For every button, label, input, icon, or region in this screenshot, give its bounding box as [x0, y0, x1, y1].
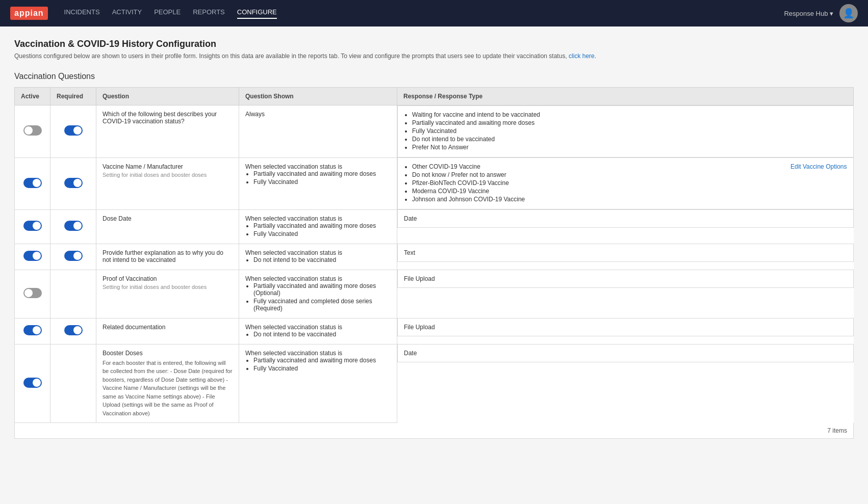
- required-toggle[interactable]: [64, 325, 83, 335]
- shown-item: Partially vaccinated and awaiting more d…: [253, 282, 391, 297]
- response-type: File Upload: [404, 324, 435, 331]
- nav-links: INCIDENTS ACTIVITY PEOPLE REPORTS CONFIG…: [64, 8, 277, 19]
- shown-item: Partially vaccinated and awaiting more d…: [253, 222, 391, 229]
- table-row: Related documentationWhen selected vacci…: [15, 318, 854, 344]
- section-title: Vaccination Questions: [14, 72, 854, 81]
- active-toggle[interactable]: [23, 378, 42, 388]
- items-count: 7 items: [14, 423, 854, 439]
- shown-items-list: Partially vaccinated and awaiting more d…: [253, 357, 391, 372]
- shown-item: Partially vaccinated and awaiting more d…: [253, 357, 391, 364]
- question-shown-cell: When selected vaccination status isParti…: [239, 270, 397, 318]
- response-type: File Upload: [404, 275, 435, 282]
- nav-configure[interactable]: CONFIGURE: [237, 8, 277, 19]
- active-toggle[interactable]: [23, 251, 42, 261]
- response-item: Pfizer-BioNTech COVID-19 Vaccine: [412, 179, 525, 187]
- question-cell: Which of the following best describes yo…: [96, 105, 239, 158]
- question-cell: Related documentation: [96, 318, 239, 344]
- required-toggle[interactable]: [64, 221, 83, 231]
- question-shown-cell: When selected vaccination status isParti…: [239, 157, 397, 209]
- shown-item: Do not intend to be vaccinated: [253, 331, 391, 338]
- question-shown-cell: When selected vaccination status isParti…: [239, 209, 397, 244]
- response-cell: Other COVID-19 VaccineDo not know / Pref…: [397, 157, 854, 209]
- response-content: File Upload: [404, 324, 435, 331]
- header-active: Active: [15, 88, 50, 105]
- user-avatar[interactable]: 👤: [839, 4, 858, 22]
- question-subtitle: Setting for initial doses and booster do…: [103, 172, 233, 178]
- shown-items-list: Do not intend to be vaccinated: [253, 256, 391, 263]
- response-cell: Text: [397, 244, 854, 262]
- required-toggle[interactable]: [64, 178, 83, 188]
- active-toggle[interactable]: [23, 125, 42, 136]
- app-logo[interactable]: appian: [10, 7, 48, 20]
- table-row: Booster DosesFor each booster that is en…: [15, 344, 854, 423]
- response-item: Partially vaccinated and awaiting more d…: [412, 119, 540, 126]
- shown-item: Partially vaccinated and awaiting more d…: [253, 170, 391, 177]
- nav-reports[interactable]: REPORTS: [193, 8, 225, 19]
- shown-item: Fully vaccinated and completed dose seri…: [253, 298, 391, 312]
- required-toggle[interactable]: [64, 125, 83, 136]
- nav-incidents[interactable]: INCIDENTS: [64, 8, 100, 19]
- response-item: Do not intend to be vaccinated: [412, 136, 540, 143]
- hub-selector[interactable]: Response Hub ▾: [784, 10, 833, 17]
- shown-label: When selected vaccination status is: [245, 249, 391, 256]
- header-required: Required: [50, 88, 96, 105]
- shown-label: When selected vaccination status is: [245, 350, 391, 357]
- table-header-row: Active Required Question Question Shown …: [15, 88, 854, 105]
- table-row: Provide further explanation as to why yo…: [15, 244, 854, 270]
- question-cell: Booster DosesFor each booster that is en…: [96, 344, 239, 423]
- shown-items-list: Partially vaccinated and awaiting more d…: [253, 170, 391, 185]
- header-question: Question: [96, 88, 239, 105]
- active-toggle[interactable]: [23, 221, 42, 231]
- question-shown-cell: When selected vaccination status isParti…: [239, 344, 397, 423]
- response-content: Date: [404, 350, 417, 357]
- response-item: Do not know / Prefer not to answer: [412, 171, 525, 178]
- response-item: Fully Vaccinated: [412, 127, 540, 135]
- response-items-list: Waiting for vaccine and intend to be vac…: [412, 111, 540, 151]
- shown-items-list: Partially vaccinated and awaiting more d…: [253, 282, 391, 312]
- response-cell: Date: [397, 344, 854, 362]
- click-here-link[interactable]: click here: [569, 52, 595, 60]
- shown-item: Fully Vaccinated: [253, 230, 391, 237]
- active-toggle[interactable]: [23, 325, 42, 335]
- response-item: Johnson and Johnson COVID-19 Vaccine: [412, 196, 525, 203]
- questions-table: Active Required Question Question Shown …: [14, 87, 854, 423]
- edit-vaccine-options-link[interactable]: Edit Vaccine Options: [790, 163, 847, 170]
- response-content: Text: [404, 249, 415, 256]
- navigation: appian INCIDENTS ACTIVITY PEOPLE REPORTS…: [0, 0, 868, 26]
- question-cell: Vaccine Name / ManufacturerSetting for i…: [96, 157, 239, 209]
- table-row: Proof of VaccinationSetting for initial …: [15, 270, 854, 318]
- shown-label: When selected vaccination status is: [245, 275, 391, 282]
- response-item: Moderna COVID-19 Vaccine: [412, 188, 525, 195]
- shown-label: When selected vaccination status is: [245, 163, 391, 170]
- response-type: Text: [404, 249, 415, 256]
- response-type: Date: [404, 215, 417, 222]
- question-cell: Provide further explanation as to why yo…: [96, 244, 239, 270]
- nav-activity[interactable]: ACTIVITY: [112, 8, 142, 19]
- nav-right: Response Hub ▾ 👤: [784, 4, 858, 22]
- shown-label: Always: [245, 111, 391, 118]
- response-content: File Upload: [404, 275, 435, 282]
- response-content: Date: [404, 215, 417, 222]
- question-shown-cell: When selected vaccination status isDo no…: [239, 318, 397, 344]
- question-cell: Proof of VaccinationSetting for initial …: [96, 270, 239, 318]
- shown-label: When selected vaccination status is: [245, 215, 391, 222]
- active-toggle[interactable]: [23, 178, 42, 188]
- nav-left: appian INCIDENTS ACTIVITY PEOPLE REPORTS…: [10, 7, 277, 20]
- question-text: Which of the following best describes yo…: [103, 111, 217, 125]
- question-text: Vaccine Name / Manufacturer: [103, 163, 183, 170]
- response-item: Waiting for vaccine and intend to be vac…: [412, 111, 540, 118]
- active-toggle[interactable]: [23, 288, 42, 298]
- question-subtitle: Setting for initial doses and booster do…: [103, 284, 233, 290]
- page-title: Vaccination & COVID-19 History Configura…: [14, 39, 854, 49]
- shown-item: Fully Vaccinated: [253, 178, 391, 185]
- question-text: Booster Doses: [103, 350, 143, 357]
- nav-people[interactable]: PEOPLE: [154, 8, 181, 19]
- header-shown: Question Shown: [239, 88, 397, 105]
- main-content: Vaccination & COVID-19 History Configura…: [0, 26, 868, 504]
- response-cell: Waiting for vaccine and intend to be vac…: [397, 105, 854, 157]
- response-content: Waiting for vaccine and intend to be vac…: [404, 111, 540, 152]
- shown-items-list: Do not intend to be vaccinated: [253, 331, 391, 338]
- required-toggle[interactable]: [64, 251, 83, 261]
- shown-label: When selected vaccination status is: [245, 324, 391, 331]
- question-cell: Dose Date: [96, 209, 239, 244]
